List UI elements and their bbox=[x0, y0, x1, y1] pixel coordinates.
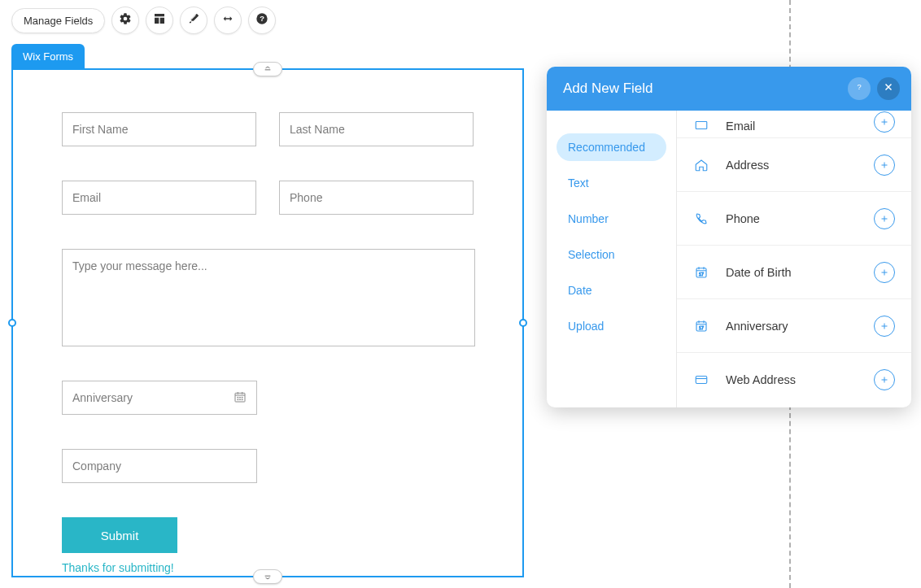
submit-button[interactable]: Submit bbox=[62, 517, 177, 553]
add-field-button[interactable] bbox=[874, 369, 895, 390]
add-field-button[interactable] bbox=[874, 155, 895, 176]
layout-button[interactable] bbox=[146, 7, 173, 34]
manage-fields-button[interactable]: Manage Fields bbox=[11, 8, 105, 33]
phone-icon bbox=[693, 211, 709, 226]
drag-handle-top[interactable] bbox=[253, 62, 282, 76]
anniversary-label: Anniversary bbox=[72, 391, 133, 404]
category-recommended[interactable]: Recommended bbox=[557, 133, 666, 161]
add-field-button[interactable] bbox=[874, 208, 895, 229]
svg-point-7 bbox=[239, 399, 240, 399]
field-option-address[interactable]: Address bbox=[677, 138, 911, 192]
email-field[interactable]: Email bbox=[62, 181, 256, 215]
field-option-email[interactable]: Email bbox=[677, 111, 911, 138]
resize-handle-right[interactable] bbox=[519, 319, 527, 327]
category-selection[interactable]: Selection bbox=[557, 241, 666, 268]
field-option-phone[interactable]: Phone bbox=[677, 192, 911, 246]
field-option-label: Address bbox=[726, 159, 858, 172]
layout-icon bbox=[153, 12, 166, 28]
browser-icon bbox=[693, 372, 709, 387]
panel-header: Add New Field ? bbox=[547, 67, 911, 111]
envelope-icon bbox=[693, 118, 709, 133]
panel-title: Add New Field bbox=[563, 81, 653, 97]
add-field-button[interactable] bbox=[874, 262, 895, 283]
svg-point-8 bbox=[242, 399, 242, 399]
settings-button[interactable] bbox=[111, 7, 139, 34]
calendar-icon: 17 bbox=[693, 265, 709, 280]
calendar-icon bbox=[234, 390, 247, 406]
add-field-panel: Add New Field ? Recommended Text Number … bbox=[547, 67, 911, 407]
help-button[interactable]: ? bbox=[248, 7, 276, 34]
drag-icon bbox=[263, 62, 273, 76]
field-option-anniversary[interactable]: 17 Anniversary bbox=[677, 299, 911, 353]
category-upload[interactable]: Upload bbox=[557, 312, 666, 340]
component-tab-wix-forms[interactable]: Wix Forms bbox=[11, 44, 85, 69]
category-number[interactable]: Number bbox=[557, 205, 666, 233]
form-selection-box[interactable]: First Name Last Name Email Phone Type yo… bbox=[11, 68, 524, 577]
help-icon: ? bbox=[853, 81, 865, 97]
help-icon: ? bbox=[255, 12, 268, 28]
category-text[interactable]: Text bbox=[557, 169, 666, 197]
category-list: Recommended Text Number Selection Date U… bbox=[547, 111, 677, 407]
svg-point-6 bbox=[238, 399, 238, 399]
drag-handle-bottom[interactable] bbox=[253, 569, 282, 584]
anniversary-field[interactable]: Anniversary bbox=[62, 381, 257, 415]
field-option-label: Phone bbox=[726, 212, 858, 225]
brush-icon bbox=[187, 12, 200, 28]
calendar-icon: 17 bbox=[693, 319, 709, 333]
field-option-web-address[interactable]: Web Address bbox=[677, 353, 911, 407]
field-option-label: Web Address bbox=[726, 373, 858, 386]
svg-text:17: 17 bbox=[699, 324, 704, 329]
panel-close-button[interactable] bbox=[877, 77, 900, 100]
svg-point-5 bbox=[242, 397, 242, 398]
drag-icon bbox=[263, 569, 273, 584]
svg-point-3 bbox=[238, 397, 238, 398]
first-name-field[interactable]: First Name bbox=[62, 112, 256, 146]
last-name-field[interactable]: Last Name bbox=[279, 112, 474, 146]
resize-handle-left[interactable] bbox=[8, 319, 16, 327]
field-option-label: Date of Birth bbox=[726, 266, 858, 279]
panel-help-button[interactable]: ? bbox=[848, 77, 871, 100]
company-field[interactable]: Company bbox=[62, 449, 257, 483]
field-option-label: Anniversary bbox=[726, 320, 858, 333]
form-body: First Name Last Name Email Phone Type yo… bbox=[13, 70, 522, 588]
animation-icon bbox=[221, 12, 234, 28]
field-option-label: Email bbox=[726, 120, 858, 133]
design-button[interactable] bbox=[180, 7, 207, 34]
editor-toolbar: Manage Fields ? bbox=[11, 7, 276, 34]
close-icon bbox=[883, 81, 894, 97]
category-date[interactable]: Date bbox=[557, 277, 666, 304]
gear-icon bbox=[119, 12, 132, 28]
field-type-list: Email Address Phone 17 Date of Birth 17 … bbox=[677, 111, 911, 407]
svg-point-4 bbox=[239, 397, 240, 398]
add-field-button[interactable] bbox=[874, 316, 895, 337]
svg-rect-10 bbox=[696, 122, 707, 129]
svg-text:?: ? bbox=[260, 15, 264, 23]
home-icon bbox=[693, 158, 709, 172]
phone-field[interactable]: Phone bbox=[279, 181, 474, 215]
field-option-dob[interactable]: 17 Date of Birth bbox=[677, 246, 911, 299]
add-field-button[interactable] bbox=[874, 111, 895, 133]
animation-button[interactable] bbox=[214, 7, 242, 34]
svg-text:?: ? bbox=[857, 83, 861, 91]
message-textarea[interactable]: Type your message here... bbox=[62, 249, 475, 346]
svg-text:17: 17 bbox=[699, 271, 704, 276]
svg-rect-15 bbox=[696, 377, 707, 384]
